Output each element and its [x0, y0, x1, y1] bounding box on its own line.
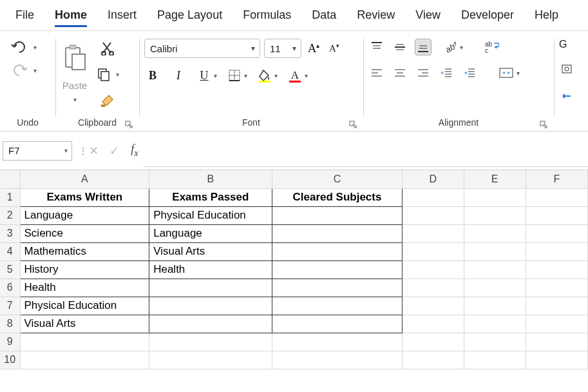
cell-A9[interactable]: [20, 333, 149, 351]
fill-color-button[interactable]: [256, 67, 273, 84]
cell-D10[interactable]: [403, 351, 464, 369]
cell-D3[interactable]: [403, 224, 464, 242]
cell-F9[interactable]: [526, 333, 587, 351]
cell-C5[interactable]: [272, 260, 403, 279]
cell-B3[interactable]: Language: [149, 224, 272, 242]
cell-B8[interactable]: [149, 315, 272, 333]
cell-F4[interactable]: [526, 242, 587, 260]
bold-button[interactable]: B: [144, 67, 161, 84]
clipboard-launcher[interactable]: [124, 119, 134, 130]
underline-dropdown[interactable]: ▾: [214, 72, 217, 79]
orientation-dropdown[interactable]: ▾: [460, 44, 463, 51]
cell-B5[interactable]: Health: [149, 260, 272, 279]
menu-help[interactable]: Help: [524, 5, 569, 26]
format-painter-button[interactable]: [95, 92, 119, 110]
cell-E2[interactable]: [464, 206, 526, 224]
name-box-dropdown[interactable]: ▾: [64, 147, 68, 154]
insert-function-button[interactable]: fx: [126, 141, 143, 160]
row-header-5[interactable]: 5: [0, 260, 20, 279]
menu-review[interactable]: Review: [346, 5, 405, 26]
row-header-7[interactable]: 7: [0, 297, 20, 315]
align-right-button[interactable]: [415, 64, 432, 81]
column-header-B[interactable]: B: [149, 170, 272, 188]
row-header-4[interactable]: 4: [0, 242, 20, 260]
borders-button[interactable]: [226, 67, 243, 84]
cell-E10[interactable]: [464, 351, 526, 369]
row-header-1[interactable]: 1: [0, 188, 20, 206]
undo-button[interactable]: [9, 39, 30, 55]
cell-E7[interactable]: [464, 297, 526, 315]
formula-input[interactable]: [143, 135, 588, 167]
align-center-button[interactable]: [392, 64, 408, 81]
cell-B10[interactable]: [149, 351, 272, 369]
cell-B9[interactable]: [149, 333, 272, 351]
borders-dropdown[interactable]: ▾: [244, 72, 247, 79]
cell-D9[interactable]: [403, 333, 464, 351]
row-header-10[interactable]: 10: [0, 351, 20, 369]
cell-F1[interactable]: [526, 188, 587, 206]
cell-A3[interactable]: Science: [20, 224, 149, 242]
cell-D4[interactable]: [403, 242, 464, 260]
cell-A1[interactable]: Exams Written: [20, 188, 149, 206]
cell-A4[interactable]: Mathematics: [20, 242, 149, 260]
cell-D8[interactable]: [403, 315, 464, 333]
cell-E3[interactable]: [464, 224, 526, 242]
cell-C7[interactable]: [272, 297, 403, 315]
cell-B6[interactable]: [149, 279, 272, 297]
increase-indent-button[interactable]: [461, 64, 478, 81]
cell-C6[interactable]: [272, 279, 403, 297]
cell-E1[interactable]: [464, 188, 526, 206]
row-header-6[interactable]: 6: [0, 279, 20, 297]
column-header-E[interactable]: E: [464, 170, 526, 188]
cancel-formula-button[interactable]: ✕: [85, 142, 102, 159]
formula-bar-handle[interactable]: ⋮: [79, 146, 85, 156]
cell-D7[interactable]: [403, 297, 464, 315]
name-box[interactable]: F7 ▾: [3, 141, 72, 161]
cell-F6[interactable]: [526, 279, 587, 297]
row-header-9[interactable]: 9: [0, 333, 20, 351]
menu-page-layout[interactable]: Page Layout: [147, 5, 232, 26]
column-header-F[interactable]: F: [526, 170, 587, 188]
cell-B2[interactable]: Physical Education: [149, 206, 272, 224]
cell-F5[interactable]: [526, 260, 587, 279]
redo-dropdown[interactable]: ▾: [33, 67, 37, 74]
cell-F8[interactable]: [526, 315, 587, 333]
copy-button[interactable]: [95, 66, 112, 83]
font-color-button[interactable]: A: [287, 67, 303, 84]
cell-F7[interactable]: [526, 297, 587, 315]
arrow-partial[interactable]: [559, 88, 576, 104]
fill-color-dropdown[interactable]: ▾: [274, 72, 278, 79]
cell-C2[interactable]: [272, 206, 403, 224]
select-all-corner[interactable]: [0, 170, 20, 188]
underline-button[interactable]: U: [196, 67, 213, 84]
font-name-select[interactable]: Calibri ▾: [144, 39, 260, 58]
cell-F10[interactable]: [526, 351, 587, 369]
cell-B7[interactable]: [149, 297, 272, 315]
cell-A10[interactable]: [20, 351, 149, 369]
cell-A6[interactable]: Health: [20, 279, 149, 297]
enter-formula-button[interactable]: ✓: [106, 142, 122, 159]
row-header-2[interactable]: 2: [0, 206, 20, 224]
merge-center-button[interactable]: [497, 64, 515, 81]
cell-A7[interactable]: Physical Education: [20, 297, 149, 315]
cell-E4[interactable]: [464, 242, 526, 260]
italic-button[interactable]: I: [170, 67, 187, 84]
align-middle-button[interactable]: [392, 39, 408, 55]
orientation-button[interactable]: ab: [442, 39, 459, 55]
cell-C9[interactable]: [272, 333, 403, 351]
cell-D2[interactable]: [403, 206, 464, 224]
cell-B1[interactable]: Exams Passed: [149, 188, 272, 206]
undo-dropdown[interactable]: ▾: [33, 44, 37, 51]
cell-E8[interactable]: [464, 315, 526, 333]
cell-C10[interactable]: [272, 351, 403, 369]
cell-B4[interactable]: Visual Arts: [149, 242, 272, 260]
cell-A8[interactable]: Visual Arts: [20, 315, 149, 333]
font-size-select[interactable]: 11 ▾: [264, 39, 301, 58]
decrease-indent-button[interactable]: [438, 64, 455, 81]
column-header-A[interactable]: A: [20, 170, 149, 188]
column-header-D[interactable]: D: [403, 170, 464, 188]
row-header-8[interactable]: 8: [0, 315, 20, 333]
menu-insert[interactable]: Insert: [97, 5, 147, 26]
merge-center-dropdown[interactable]: ▾: [517, 70, 520, 77]
increase-font-button[interactable]: A▴: [305, 40, 322, 57]
